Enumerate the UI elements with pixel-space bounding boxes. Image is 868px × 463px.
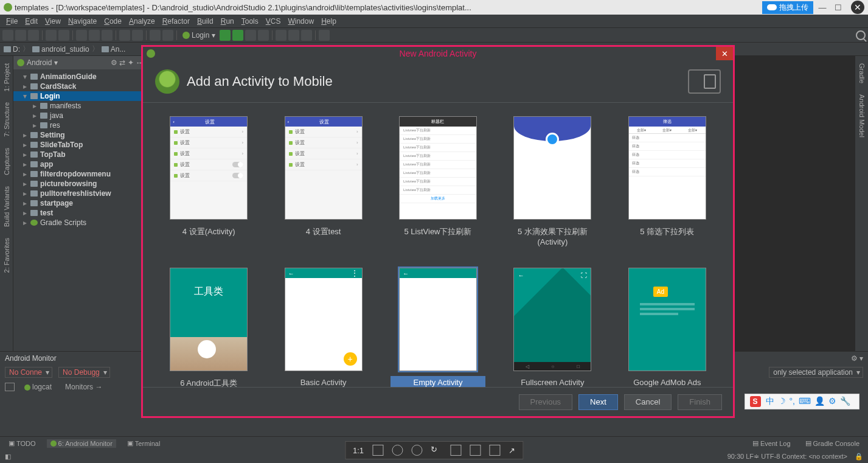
rotate-icon[interactable]: ↻ xyxy=(431,445,442,456)
replace-icon[interactable] xyxy=(132,30,143,41)
cancel-button[interactable]: Cancel xyxy=(624,394,672,410)
ime-glyph[interactable]: 中 xyxy=(766,396,774,406)
android-monitor-tab[interactable]: 6: Android Monitor xyxy=(47,439,116,448)
attach-icon[interactable] xyxy=(245,30,256,41)
ime-glyph[interactable]: °, xyxy=(790,396,796,406)
template-settings2[interactable]: ‹设置设置›设置›设置›设置›4 设置test xyxy=(273,114,373,251)
undo-icon[interactable] xyxy=(46,30,57,41)
tree-node-cardstack[interactable]: ▸CardStack xyxy=(13,82,147,91)
sdk-icon[interactable] xyxy=(288,30,299,41)
ime-glyph[interactable]: 🔧 xyxy=(840,396,850,406)
template-settings[interactable]: ‹设置设置›设置›设置›设置设置4 设置(Activity) xyxy=(159,114,259,251)
ime-glyph[interactable]: 👤 xyxy=(814,396,825,406)
redo-icon[interactable] xyxy=(58,30,69,41)
tree-node-test[interactable]: ▸test xyxy=(13,208,147,218)
avd-icon[interactable] xyxy=(276,30,286,41)
logcat-tab[interactable]: logcat xyxy=(21,381,55,392)
template-filter[interactable]: 筛选全部▾全部▾全部▾筛选筛选筛选筛选筛选5 筛选下拉列表 xyxy=(617,114,717,251)
lock-icon[interactable]: 🔒 xyxy=(855,453,863,461)
help-icon[interactable] xyxy=(319,30,330,41)
menu-vcs[interactable]: VCS xyxy=(262,16,285,27)
menu-run[interactable]: Run xyxy=(217,16,238,27)
dialog-close-button[interactable]: ✕ xyxy=(716,47,733,60)
zoom-out-icon[interactable] xyxy=(411,445,422,456)
cut-icon[interactable] xyxy=(76,30,87,41)
menu-analyze[interactable]: Analyze xyxy=(125,16,159,27)
tree-node-pulltorefreshlistview[interactable]: ▸pulltorefreshlistview xyxy=(13,189,147,198)
todo-tab[interactable]: ▣ TODO xyxy=(5,439,40,448)
menu-file[interactable]: File xyxy=(2,16,21,27)
tree-node-res[interactable]: ▸res xyxy=(13,120,147,130)
tool-window-settings-icon[interactable]: ⚙ ▾ xyxy=(851,354,863,363)
finish-button[interactable]: Finish xyxy=(678,394,722,410)
device-selector[interactable]: No Conne xyxy=(5,367,52,378)
menu-code[interactable]: Code xyxy=(100,16,125,27)
back-icon[interactable] xyxy=(150,30,161,41)
share-icon[interactable]: ↗ xyxy=(509,446,515,455)
tree-node-toptab[interactable]: ▸TopTab xyxy=(13,150,147,159)
search-everywhere-icon[interactable] xyxy=(856,30,866,40)
menu-edit[interactable]: Edit xyxy=(21,16,41,27)
tree-node-gradle scripts[interactable]: ▸Gradle Scripts xyxy=(13,218,147,228)
previous-button[interactable]: Previous xyxy=(519,394,573,410)
fit-icon[interactable] xyxy=(372,445,383,456)
monitors-tab[interactable]: Monitors → xyxy=(61,381,106,392)
menu-help[interactable]: Help xyxy=(318,16,340,27)
paste-icon[interactable] xyxy=(102,30,113,41)
template-admob[interactable]: AdGoogle AdMob Ads Activity xyxy=(617,265,717,387)
right-tab-android-model[interactable]: Android Model xyxy=(857,92,867,140)
stop-icon[interactable] xyxy=(258,30,269,41)
tree-node-filterdropdownmenu[interactable]: ▸filterdropdownmenu xyxy=(13,169,147,179)
tree-node-app[interactable]: ▸app xyxy=(13,159,147,169)
maximize-button[interactable]: ☐ xyxy=(832,2,845,13)
open-icon[interactable] xyxy=(2,30,13,41)
sync-icon[interactable] xyxy=(28,30,39,41)
left-tab-1-project[interactable]: 1: Project xyxy=(2,61,12,94)
log-filter-selector[interactable]: only selected application xyxy=(769,367,863,378)
sogou-icon[interactable]: S xyxy=(750,396,761,407)
next-button[interactable]: Next xyxy=(578,394,618,410)
run-config-selector[interactable]: Login ▾ xyxy=(180,31,218,40)
template-fullscreen[interactable]: ←⛶◁○□Fullscreen Activity xyxy=(502,265,602,387)
zoom-in-icon[interactable] xyxy=(392,445,403,456)
save-icon[interactable] xyxy=(15,30,26,41)
project-tree[interactable]: ▾AnimationGuide▸CardStack▾Login▸manifest… xyxy=(13,69,147,351)
breadcrumb-item[interactable]: android_studio xyxy=(32,45,89,54)
bookmark-icon[interactable] xyxy=(470,445,481,456)
run-icon[interactable] xyxy=(220,30,231,41)
close-window-button[interactable]: ✕ xyxy=(851,1,864,14)
tree-node-login[interactable]: ▾Login xyxy=(13,91,147,101)
breadcrumb-item[interactable]: An... xyxy=(102,45,126,54)
right-tab-gradle[interactable]: Gradle xyxy=(857,61,867,86)
status-icon[interactable]: ◧ xyxy=(5,453,11,461)
menu-build[interactable]: Build xyxy=(193,16,217,27)
project-settings-icon[interactable]: ⚙ ⇄ ✦ ↔ xyxy=(111,58,143,67)
ddms-icon[interactable] xyxy=(301,30,312,41)
left-tab-captures[interactable]: Captures xyxy=(2,145,12,178)
template-empty[interactable]: ←Empty Activity xyxy=(388,265,488,387)
menu-refactor[interactable]: Refactor xyxy=(159,16,193,27)
gradle-console-tab[interactable]: ▤ Gradle Console xyxy=(802,439,863,448)
template-basic[interactable]: ←⋮+Basic Activity xyxy=(273,265,373,387)
event-log-tab[interactable]: ▤ Event Log xyxy=(749,439,794,448)
menu-window[interactable]: Window xyxy=(284,16,318,27)
phone-icon[interactable] xyxy=(489,445,500,456)
ime-glyph[interactable]: ☽ xyxy=(778,396,786,406)
camera-icon[interactable] xyxy=(5,383,15,391)
template-drop[interactable]: 5 水滴效果下拉刷新(Activity) xyxy=(502,114,602,251)
left-tab-2-favorites[interactable]: 2: Favorites xyxy=(2,235,12,275)
template-listview[interactable]: 标题栏Listview下拉刷新Listview下拉刷新Listview下拉刷新L… xyxy=(388,114,488,251)
save-image-icon[interactable] xyxy=(450,445,461,456)
terminal-tab[interactable]: ▣ Terminal xyxy=(123,439,164,448)
menu-view[interactable]: View xyxy=(41,16,64,27)
template-toolkit[interactable]: 工具类6 Android工具类 xyxy=(159,265,259,387)
tree-node-setting[interactable]: ▸Setting xyxy=(13,130,147,140)
left-tab-7-structure[interactable]: 7: Structure xyxy=(2,100,12,139)
tree-node-java[interactable]: ▸java xyxy=(13,111,147,120)
forward-icon[interactable] xyxy=(162,30,173,41)
left-tab-build-variants[interactable]: Build Variants xyxy=(2,184,12,229)
breadcrumb-item[interactable]: D: xyxy=(4,45,20,54)
copy-icon[interactable] xyxy=(89,30,100,41)
tree-node-startpage[interactable]: ▸startpage xyxy=(13,198,147,208)
tree-node-slidetabtop[interactable]: ▸SlideTabTop xyxy=(13,140,147,150)
